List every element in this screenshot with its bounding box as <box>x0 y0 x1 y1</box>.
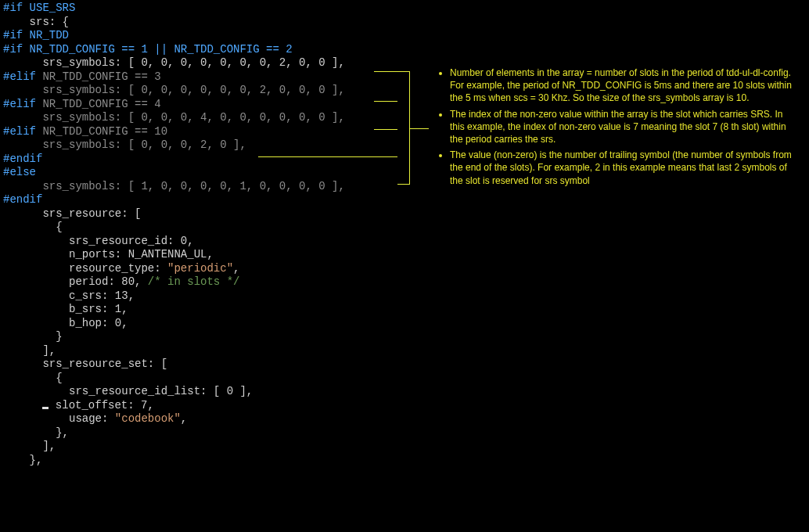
pp-elif-4-cond: NR_TDD_CONFIG == 4 <box>42 98 160 110</box>
period-key: period: <box>3 275 121 288</box>
brace-open: { <box>3 221 63 233</box>
set-brace-close: }, <box>3 426 69 439</box>
idlist-key: srs_resource_id_list: [ <box>3 385 227 397</box>
usage-key: usage: <box>3 412 115 425</box>
set-array-close: ], <box>3 440 56 452</box>
bhop-val: 0 <box>115 317 121 329</box>
slotoff-key: slot_offset: <box>49 399 141 412</box>
idlist-end: ], <box>233 385 253 397</box>
res-id-val: 0 <box>181 235 187 247</box>
pp-else: #else <box>3 166 36 178</box>
res-id-key: srs_resource_id: <box>3 235 181 247</box>
pp-endif-1: #endif <box>3 153 42 165</box>
srs-symbols-active: srs_symbols: [ 0, 0, 0, 0, 0, 0, 0, 2, 0… <box>3 56 345 69</box>
rtype-key: resource_type: <box>3 262 167 275</box>
pp-endif-2: #endif <box>3 193 42 206</box>
annotation-bullet-1: Number of elements in the array = number… <box>450 66 798 105</box>
csrs-val: 13 <box>115 289 128 302</box>
idlist-val: 0 <box>227 385 233 397</box>
period-val: 80 <box>121 275 135 288</box>
pp-elif-10-kw: #elif <box>3 125 42 138</box>
code-pane: #if USE_SRS srs: { #if NR_TDD #if NR_TDD… <box>0 0 407 469</box>
pp-if-config-1-2: #if NR_TDD_CONFIG == 1 || NR_TDD_CONFIG … <box>3 43 293 56</box>
bhop-key: b_hop: <box>3 317 115 329</box>
set-brace-open: { <box>3 372 63 384</box>
rtype-val: "periodic" <box>167 262 233 275</box>
srs-resource-open: srs_resource: [ <box>3 207 141 220</box>
bsrs-key: b_srs: <box>3 303 115 315</box>
line-srs-open: srs: { <box>3 16 69 28</box>
pp-elif-10-cond: NR_TDD_CONFIG == 10 <box>42 125 167 138</box>
annotation-bullet-2: The index of the non-zero value within t… <box>450 108 798 146</box>
pp-elif-3-cond: NR_TDD_CONFIG == 3 <box>42 70 160 83</box>
brace-close: } <box>3 330 63 343</box>
pp-if-nr-tdd: #if NR_TDD <box>3 29 69 41</box>
srs-symbols-cfg4: srs_symbols: [ 0, 0, 0, 4, 0, 0, 0, 0, 0… <box>3 111 345 124</box>
usage-val: "codebook" <box>115 412 181 425</box>
slotoff-val: 7 <box>141 399 147 412</box>
srs-resource-set-open: srs_resource_set: [ <box>3 358 167 370</box>
pp-elif-4-kw: #elif <box>3 98 42 110</box>
pp-elif-3-kw: #elif <box>3 70 42 83</box>
pp-if-use-srs: #if USE_SRS <box>3 2 75 14</box>
srs-symbols-cfg10: srs_symbols: [ 0, 0, 0, 2, 0 ], <box>3 138 246 151</box>
annotation-bullet-3: The value (non-zero) is the number of tr… <box>450 149 798 187</box>
code-block: #if USE_SRS srs: { #if NR_TDD #if NR_TDD… <box>3 2 404 467</box>
nports-key: n_ports: <box>3 248 128 261</box>
srs-symbols-cfg3: srs_symbols: [ 0, 0, 0, 0, 0, 0, 2, 0, 0… <box>3 84 345 96</box>
slotoff-indent <box>3 399 42 412</box>
srs-symbols-else: srs_symbols: [ 1, 0, 0, 0, 0, 1, 0, 0, 0… <box>3 180 345 192</box>
srs-close: }, <box>3 454 42 466</box>
annotation-panel: Number of elements in the array = number… <box>434 66 798 190</box>
text-cursor <box>42 407 49 409</box>
array-close: ], <box>3 344 56 357</box>
period-comment: /* in slots */ <box>141 275 239 288</box>
nports-val: N_ANTENNA_UL <box>128 248 207 261</box>
bsrs-val: 1 <box>115 303 121 315</box>
annotation-list: Number of elements in the array = number… <box>434 66 798 187</box>
csrs-key: c_srs: <box>3 289 115 302</box>
